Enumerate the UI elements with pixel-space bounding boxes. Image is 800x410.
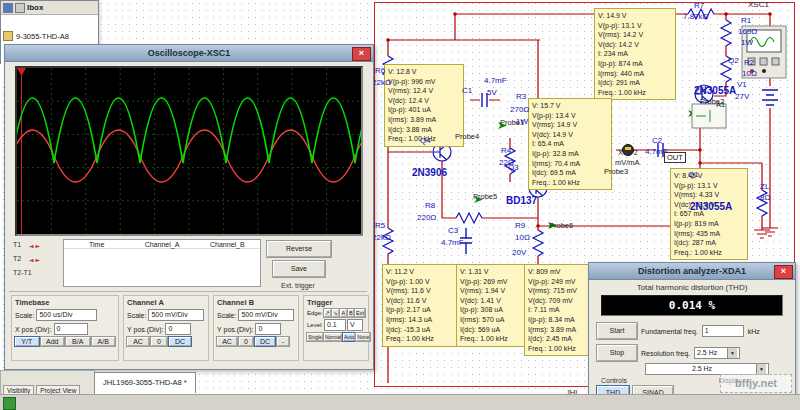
component-label[interactable]: 20V (512, 248, 526, 257)
oscilloscope-window[interactable]: Oscilloscope-XSC1 × T1 ◄ ► T2 ◄ ► T2-T1 … (4, 44, 374, 370)
component-label[interactable]: 270Ω (510, 105, 529, 114)
start-button[interactable]: Start (597, 323, 637, 339)
cursor-t2-arrows[interactable]: ◄ ► (29, 256, 40, 263)
component-label[interactable]: R2 (744, 58, 754, 67)
probe-measurement-box[interactable]: V: 15.7 VV(p-p): 13.4 VV(rms): 14.9 VV(d… (528, 98, 612, 190)
trigger-level-field[interactable]: 0.1 (324, 319, 346, 331)
component-label[interactable]: BD137 (506, 196, 537, 205)
trigger-mode-auto[interactable]: Auto (343, 333, 355, 341)
trigger-edge-falling[interactable]: ↘ (332, 309, 339, 317)
component-label[interactable]: 220Ω (417, 213, 436, 222)
status-green-icon[interactable] (3, 397, 16, 410)
oscilloscope-titlebar[interactable]: Oscilloscope-XSC1 × (5, 45, 373, 62)
channel-a-scale-field[interactable]: 500 mV/Div (148, 309, 204, 321)
trigger-mode-normal[interactable]: Normal (324, 333, 342, 341)
trigger-source-a[interactable]: A (340, 309, 347, 317)
component-label[interactable]: R7 (694, 1, 704, 10)
component-label[interactable]: R5 (375, 221, 385, 230)
component-label[interactable]: 169Ω (738, 27, 757, 36)
component-label[interactable]: 2N3055A (694, 86, 736, 95)
probe-measurement-box[interactable]: V: 1.31 VV(p-p): 269 mVV(rms): 1.94 VV(d… (456, 264, 530, 347)
toolbox-tree-item[interactable]: 9-3055-THD-A8 (3, 31, 96, 41)
cursor-t1-arrows[interactable]: ◄ ► (29, 242, 40, 249)
component-label[interactable]: 2N3055A (690, 202, 732, 211)
trigger-mode-none[interactable]: None (356, 333, 370, 341)
component-label[interactable]: 7.87kΩ (683, 12, 709, 21)
timebase-mode-add[interactable]: Add (41, 337, 65, 346)
trigger-level-unit[interactable]: V (347, 319, 363, 331)
timebase-mode-yt[interactable]: Y/T (15, 337, 39, 346)
document-tab[interactable]: JHL1969-3055-THD-A8 * (94, 372, 196, 393)
trigger-edge-rising[interactable]: ↗ (324, 309, 331, 317)
component-label[interactable]: C2 (652, 136, 662, 145)
component-label[interactable]: R6 (375, 66, 385, 75)
component-label[interactable]: A1 (716, 100, 725, 109)
component-label[interactable]: V1 (737, 80, 747, 89)
probe-measurement-box[interactable]: V: 12.8 VV(p-p): 996 mVV(rms): 12.4 VV(d… (384, 64, 464, 147)
distortion-analyzer-close-button[interactable]: × (774, 265, 793, 279)
component-label[interactable]: Q2 (728, 56, 739, 65)
distortion-analyzer-titlebar[interactable]: Distortion analyzer-XDA1 × (589, 263, 795, 280)
channel-b-minus-button[interactable]: - (277, 337, 289, 346)
timebase-scale-field[interactable]: 500 us/Div (36, 309, 97, 321)
component-label[interactable]: Probe1 (500, 118, 524, 127)
resolution-combo-arrow-2[interactable]: ▼ (756, 364, 766, 374)
component-label[interactable]: mV/mA (615, 158, 640, 167)
reverse-button[interactable]: Reverse (267, 241, 331, 257)
save-button[interactable]: Save (273, 261, 325, 277)
channel-b-zero-button[interactable]: 0 (239, 337, 253, 346)
component-label[interactable]: Probe6 (549, 221, 573, 230)
component-label[interactable]: Probe3 (604, 167, 628, 176)
probe-measurement-box[interactable]: V: 11.2 VV(p-p): 1.00 VV(rms): 11.6 VV(d… (382, 264, 460, 347)
component-label[interactable]: 1W (741, 38, 753, 47)
timebase-mode-ba[interactable]: B/A (66, 337, 90, 346)
instrument-tag-xsc1[interactable]: XSC1 (748, 0, 769, 9)
component-label[interactable]: 5V (487, 88, 497, 97)
timebase-mode-ab[interactable]: A/B (92, 337, 116, 346)
resolution-combo-arrow[interactable]: ▼ (727, 348, 737, 358)
probe-measurement-box[interactable]: V: 8.45 VV(p-p): 13.1 VV(rms): 4.33 VV(d… (670, 168, 748, 260)
probe-measurement-box[interactable]: V: 14.9 VV(p-p): 13.1 VV(rms): 14.2 VV(d… (594, 8, 676, 100)
channel-b-ac-button[interactable]: AC (217, 337, 237, 346)
channel-a-ypos-field[interactable]: 0 (165, 323, 191, 335)
fundamental-freq-field[interactable]: 1 (702, 325, 744, 337)
channel-b-ypos-field[interactable]: 0 (255, 323, 281, 335)
component-label[interactable]: XCP2 (618, 148, 638, 157)
component-label[interactable]: 22kΩ (372, 233, 391, 242)
channel-b-dc-button[interactable]: DC (255, 337, 275, 346)
channel-b-scale-field[interactable]: 500 mV/Div (238, 309, 294, 321)
component-label[interactable]: 10Ω (515, 233, 530, 242)
component-label[interactable]: ZL (760, 182, 769, 191)
component-label[interactable]: C1 (462, 86, 472, 95)
trigger-mode-single[interactable]: Single (307, 333, 323, 341)
component-label[interactable]: R8 (425, 201, 435, 210)
component-label[interactable]: 2N3906 (412, 168, 447, 177)
channel-a-zero-button[interactable]: 0 (151, 337, 167, 346)
resolution-freq-field[interactable]: 2.5 Hz ▼ (694, 347, 740, 359)
component-label[interactable]: 27V (735, 92, 749, 101)
component-label[interactable]: Q4 (420, 136, 431, 145)
component-label[interactable]: R1 (741, 16, 751, 25)
net-label-out[interactable]: OUT (664, 152, 686, 163)
channel-a-dc-button[interactable]: DC (169, 337, 191, 346)
scope-cursor-handle[interactable] (17, 68, 26, 76)
component-label[interactable]: R3 (516, 92, 526, 101)
stop-button[interactable]: Stop (597, 345, 637, 361)
toolbox-titlebar[interactable]: lbox (1, 1, 98, 15)
component-label[interactable]: 4.7mF (441, 238, 464, 247)
component-label[interactable]: Q3 (508, 163, 519, 172)
component-label[interactable]: C3 (448, 226, 458, 235)
component-label[interactable]: 10Ω (742, 69, 757, 78)
component-label[interactable]: 22kΩ (372, 78, 391, 87)
timebase-xpos-field[interactable]: 0 (54, 323, 88, 335)
component-label[interactable]: Probe5 (473, 192, 497, 201)
component-label[interactable]: 4.7mF (484, 76, 507, 85)
trigger-source-b[interactable]: B (348, 309, 355, 317)
probe-measurement-box[interactable]: V: 809 mVV(p-p): 249 mVV(rms): 715 mVV(d… (524, 264, 596, 356)
component-label[interactable]: 8Ω (760, 193, 770, 202)
component-label[interactable]: Probe4 (455, 132, 479, 141)
component-label[interactable]: Q1 (688, 170, 699, 179)
component-label[interactable]: R4 (501, 146, 511, 155)
oscilloscope-close-button[interactable]: × (352, 47, 371, 61)
channel-a-ac-button[interactable]: AC (127, 337, 149, 346)
